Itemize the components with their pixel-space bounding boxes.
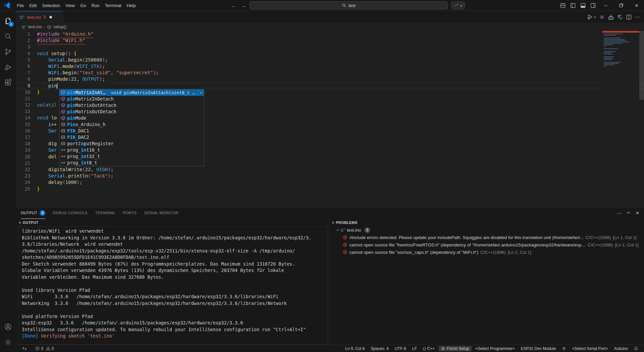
code-line-4[interactable]: 4void setup() { bbox=[16, 50, 644, 57]
code-line-1[interactable]: 1#include "Arduino.h" bbox=[16, 31, 644, 37]
tab-test-ino[interactable]: C+ test.ino 3 bbox=[16, 11, 63, 23]
breadcrumb-file[interactable]: test.ino bbox=[28, 25, 42, 29]
menu-help[interactable]: Help bbox=[124, 2, 138, 9]
panel-tab-terminal[interactable]: TERMINAL bbox=[95, 207, 116, 219]
code-line-5[interactable]: 5 Serial.begin(250000); bbox=[16, 57, 644, 63]
suggest-item[interactable]: prog_int16_t bbox=[59, 147, 204, 153]
menu-go[interactable]: Go bbox=[78, 2, 89, 9]
status-indentation[interactable]: Spaces: 4 bbox=[369, 346, 391, 351]
menu-terminal[interactable]: Terminal bbox=[102, 2, 124, 9]
status-cursor-position[interactable]: Ln 9, Col 8 bbox=[343, 346, 367, 351]
suggest-item[interactable]: Pins_Arduino_h bbox=[59, 121, 204, 128]
toggle-secondary-sidebar-icon[interactable] bbox=[588, 1, 598, 10]
status-encoding[interactable]: UTF-8 bbox=[392, 346, 409, 351]
menu-selection[interactable]: Selection bbox=[39, 2, 62, 9]
line-number: 21 bbox=[16, 160, 37, 166]
minimize-button[interactable]: ─ bbox=[598, 0, 613, 11]
suggest-item[interactable]: pinMatrixOutAttach bbox=[59, 102, 204, 109]
code-line-23[interactable]: 23 Serial.println("Tack"); bbox=[16, 173, 644, 179]
status-serial-plug[interactable] bbox=[560, 346, 568, 351]
toggle-panel-icon[interactable] bbox=[578, 1, 588, 10]
suggest-item[interactable]: pinMatrixOutDetach bbox=[59, 109, 204, 115]
modified-dot-icon[interactable] bbox=[49, 16, 52, 18]
status-finish-setup[interactable]: Finish Setup bbox=[438, 346, 472, 351]
code-line-7[interactable]: 7 WiFi.begin("test_ssid", "supersecret")… bbox=[16, 70, 644, 76]
suggest-item[interactable]: portInputRegister bbox=[59, 141, 204, 147]
nav-forward-icon[interactable]: → bbox=[241, 3, 246, 8]
output-console[interactable]: libraries/WiFi wird verwendetBibliothek … bbox=[18, 226, 328, 345]
arduino-upload-button[interactable] bbox=[608, 14, 614, 20]
code-line-25[interactable]: 25} bbox=[16, 186, 644, 192]
chevron-down-icon[interactable]: ∨ bbox=[19, 221, 21, 224]
remote-indicator-icon[interactable] bbox=[19, 346, 30, 351]
problems-file-row[interactable]: ∨ C+ test.ino 3 bbox=[329, 226, 644, 234]
toggle-sidebar-icon[interactable] bbox=[568, 1, 577, 10]
chevron-down-icon[interactable]: ∨ bbox=[332, 221, 334, 224]
customize-layout-icon[interactable] bbox=[558, 1, 567, 10]
symbol-field-icon bbox=[60, 135, 66, 140]
code-line-22[interactable]: 22 digitalWrite(22, HIGH); bbox=[16, 166, 644, 173]
code-line-2[interactable]: 2#include "WiFi.h" bbox=[16, 37, 644, 44]
status-eol[interactable]: LF bbox=[410, 346, 419, 351]
settings-gear-icon[interactable] bbox=[0, 335, 16, 350]
command-center-search[interactable]: test bbox=[250, 1, 448, 9]
editor-scrollbar[interactable] bbox=[639, 31, 644, 100]
gear-button[interactable] bbox=[599, 14, 605, 20]
suggest-item[interactable]: pinMode bbox=[59, 115, 204, 121]
symbol-method-icon bbox=[60, 103, 66, 108]
minimap[interactable] bbox=[602, 31, 639, 108]
suggest-item[interactable]: pinMatrixInAt…void pinMatrixInAttach(uin… bbox=[59, 89, 204, 96]
suggest-item[interactable]: prog_int8_t bbox=[59, 160, 204, 166]
panel-tab-output[interactable]: OUTPUT3 bbox=[21, 207, 45, 219]
account-icon[interactable] bbox=[0, 319, 16, 335]
panel-tab-debug-console[interactable]: DEBUG CONSOLE bbox=[53, 207, 88, 219]
status-arduino-extension[interactable]: Arduino bbox=[612, 346, 630, 351]
menu-file[interactable]: File bbox=[14, 2, 27, 9]
breadcrumb-symbol[interactable]: setup() bbox=[53, 25, 67, 29]
extensions-icon[interactable] bbox=[0, 75, 16, 90]
suggest-item[interactable]: prog_int32_t bbox=[59, 153, 204, 160]
status-notifications[interactable] bbox=[632, 346, 641, 351]
panel-tab-ports[interactable]: PORTS bbox=[123, 207, 137, 219]
code-line-9[interactable]: 9 pin bbox=[16, 83, 644, 89]
more-actions-button[interactable]: ⋯ bbox=[635, 14, 640, 20]
source-control-icon[interactable] bbox=[0, 44, 16, 60]
run-or-debug-button[interactable]: ∨ bbox=[587, 14, 596, 20]
nav-back-icon[interactable]: ← bbox=[231, 3, 237, 8]
menu-run[interactable]: Run bbox=[89, 2, 102, 9]
code-line-8[interactable]: 8 pinMode(22, OUTPUT); bbox=[16, 76, 644, 82]
suggest-item[interactable]: PIN_DAC1 bbox=[59, 128, 204, 134]
search-view-icon[interactable] bbox=[0, 29, 16, 44]
arduino-verify-button[interactable] bbox=[617, 14, 623, 20]
chevron-right-icon[interactable]: › bbox=[200, 90, 202, 95]
status-select-programmer[interactable]: <Select Programmer> bbox=[473, 346, 517, 351]
panel-tab-serial-monitor[interactable]: SERIAL MONITOR bbox=[144, 207, 178, 219]
problem-row[interactable]: #include errors detected. Please update … bbox=[329, 234, 644, 241]
suggest-item[interactable]: PIN_DAC2 bbox=[59, 134, 204, 141]
status-select-serial-port[interactable]: <Select Serial Port> bbox=[570, 346, 610, 351]
code-editor[interactable]: 1#include "Arduino.h"2#include "WiFi.h"3… bbox=[16, 31, 644, 207]
code-line-24[interactable]: 24 delay(1000); bbox=[16, 179, 644, 186]
chevron-down-icon: ∨ bbox=[460, 4, 462, 7]
menu-view[interactable]: View bbox=[63, 2, 78, 9]
close-button[interactable]: ✕ bbox=[629, 0, 644, 11]
chevron-down-icon: ∨ bbox=[594, 15, 596, 19]
panel-close-icon[interactable]: ✕ bbox=[636, 210, 639, 216]
problem-row[interactable]: cannot open source file "soc/soc_caps.h"… bbox=[329, 248, 644, 256]
restore-button[interactable] bbox=[614, 0, 629, 11]
problem-row[interactable]: cannot open source file "freertos/FreeRT… bbox=[329, 241, 644, 248]
code-line-6[interactable]: 6 WiFi.mode(WIFI_STA); bbox=[16, 63, 644, 70]
problems-status[interactable]: 3 0 bbox=[33, 346, 56, 351]
panel-maximize-icon[interactable] bbox=[626, 210, 631, 216]
explorer-icon[interactable]: 1 bbox=[0, 13, 16, 29]
code-line-3[interactable]: 3 bbox=[16, 44, 644, 50]
bottom-panel: OUTPUT3DEBUG CONSOLETERMINALPORTSSERIAL … bbox=[16, 207, 644, 345]
layout-control[interactable]: ∨ bbox=[451, 1, 465, 9]
menu-edit[interactable]: Edit bbox=[27, 2, 39, 9]
split-editor-button[interactable] bbox=[626, 14, 632, 20]
status-language-mode[interactable]: { }C++ bbox=[421, 346, 437, 351]
run-debug-icon[interactable] bbox=[0, 60, 16, 75]
panel-more-actions-icon[interactable]: ⋯ bbox=[617, 210, 621, 216]
suggest-item[interactable]: pinMatrixInDetach bbox=[59, 96, 204, 102]
status-board-name[interactable]: ESP32 Dev Module bbox=[518, 346, 558, 351]
